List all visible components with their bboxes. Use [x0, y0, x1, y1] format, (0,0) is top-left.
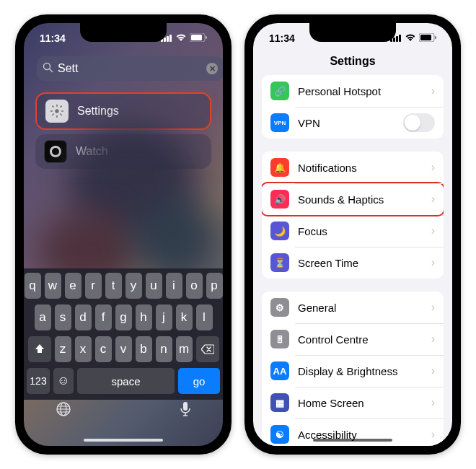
- cell-icon: ⚙: [270, 298, 289, 317]
- key-i[interactable]: i: [166, 273, 182, 299]
- key-j[interactable]: j: [156, 304, 172, 330]
- key-p[interactable]: p: [206, 273, 223, 299]
- svg-rect-10: [56, 105, 58, 107]
- settings-cell-focus[interactable]: 🌙Focus›: [262, 215, 444, 247]
- battery-icon: [190, 32, 207, 44]
- page-title: Settings: [253, 52, 452, 75]
- key-x[interactable]: x: [75, 336, 92, 362]
- key-h[interactable]: h: [136, 304, 152, 330]
- search-row: ✕ Cancel: [24, 52, 223, 88]
- key-o[interactable]: o: [186, 273, 203, 299]
- svg-rect-2: [167, 36, 169, 42]
- iphone-left: 11:34: [15, 14, 232, 455]
- wifi-icon: [405, 32, 416, 44]
- mic-icon[interactable]: [180, 401, 191, 420]
- cell-icon: 🔊: [270, 190, 289, 209]
- svg-line-8: [50, 69, 53, 72]
- settings-cell-display-brightness[interactable]: AADisplay & Brightness›: [262, 355, 444, 387]
- key-d[interactable]: d: [75, 304, 92, 330]
- shift-key[interactable]: [28, 336, 51, 362]
- svg-rect-29: [420, 35, 431, 40]
- numeric-key[interactable]: 123: [27, 368, 50, 394]
- cell-icon: 🌙: [270, 222, 289, 240]
- cell-icon: ⏳: [270, 253, 289, 272]
- key-w[interactable]: w: [45, 273, 61, 299]
- settings-cell-screen-time[interactable]: ⏳Screen Time›: [262, 247, 444, 279]
- svg-point-9: [55, 109, 58, 113]
- key-l[interactable]: l: [196, 304, 213, 330]
- settings-cell-personal-hotspot[interactable]: 🔗Personal Hotspot›: [262, 75, 444, 107]
- key-y[interactable]: y: [125, 273, 142, 299]
- key-z[interactable]: z: [55, 336, 71, 362]
- cell-label: General: [298, 302, 431, 314]
- cell-icon: 🔗: [270, 82, 289, 100]
- cell-label: Home Screen: [298, 397, 431, 409]
- space-key[interactable]: space: [77, 368, 175, 394]
- kb-row-2: asdfghjkl: [27, 304, 220, 330]
- go-key[interactable]: go: [178, 368, 220, 394]
- keyboard: qwertyuiop asdfghjkl zxcvbnm 123 ☺ space…: [24, 268, 223, 400]
- chevron-right-icon: ›: [431, 224, 435, 237]
- clear-icon[interactable]: ✕: [206, 63, 218, 74]
- key-f[interactable]: f: [95, 304, 112, 330]
- toggle-switch[interactable]: [403, 113, 435, 132]
- status-time: 11:34: [40, 32, 66, 44]
- settings-cell-general[interactable]: ⚙General›: [262, 292, 444, 323]
- search-box[interactable]: ✕: [37, 56, 223, 81]
- key-v[interactable]: v: [115, 336, 132, 362]
- chevron-right-icon: ›: [431, 193, 435, 206]
- settings-list[interactable]: 🔗Personal Hotspot›VPNVPN🔔Notifications›🔊…: [253, 75, 452, 446]
- key-n[interactable]: n: [156, 336, 172, 362]
- cell-label: Screen Time: [298, 257, 431, 269]
- backspace-key[interactable]: [196, 336, 219, 362]
- svg-rect-16: [60, 105, 63, 108]
- key-m[interactable]: m: [176, 336, 193, 362]
- settings-group: 🔗Personal Hotspot›VPNVPN: [262, 75, 444, 139]
- settings-cell-vpn[interactable]: VPNVPN: [262, 107, 444, 139]
- key-a[interactable]: a: [35, 304, 51, 330]
- key-r[interactable]: r: [85, 273, 102, 299]
- svg-rect-26: [396, 36, 398, 42]
- iphone-right: 11:34 Settings 🔗Personal Hotspot›VPNVPN🔔…: [244, 14, 461, 455]
- home-indicator[interactable]: [313, 439, 392, 442]
- notch: [80, 23, 167, 42]
- screen-left: 11:34: [24, 23, 223, 446]
- key-s[interactable]: s: [55, 304, 71, 330]
- chevron-right-icon: ›: [431, 256, 435, 269]
- svg-rect-15: [60, 113, 63, 116]
- key-u[interactable]: u: [146, 273, 162, 299]
- settings-cell-notifications[interactable]: 🔔Notifications›: [262, 152, 444, 183]
- settings-cell-control-centre[interactable]: 🎚Control Centre›: [262, 323, 444, 355]
- search-input[interactable]: [58, 62, 202, 75]
- key-e[interactable]: e: [65, 273, 81, 299]
- key-t[interactable]: t: [105, 273, 122, 299]
- settings-cell-home-screen[interactable]: ▦Home Screen›: [262, 387, 444, 418]
- kb-row-3: zxcvbnm: [27, 336, 220, 362]
- chevron-right-icon: ›: [431, 364, 435, 377]
- home-indicator[interactable]: [84, 439, 163, 442]
- key-c[interactable]: c: [95, 336, 112, 362]
- chevron-right-icon: ›: [431, 428, 435, 441]
- cell-icon: ▦: [270, 393, 289, 412]
- cell-label: Personal Hotspot: [298, 85, 431, 97]
- key-g[interactable]: g: [115, 304, 132, 330]
- search-icon: [43, 62, 53, 76]
- cell-label: Control Centre: [298, 333, 431, 346]
- svg-rect-25: [393, 38, 395, 42]
- screen-right: 11:34 Settings 🔗Personal Hotspot›VPNVPN🔔…: [253, 23, 452, 446]
- svg-rect-5: [191, 35, 202, 40]
- emoji-key[interactable]: ☺: [53, 368, 74, 394]
- settings-group: ⚙General›🎚Control Centre›AADisplay & Bri…: [262, 292, 444, 446]
- cell-label: Focus: [298, 225, 431, 237]
- chevron-right-icon: ›: [431, 396, 435, 409]
- key-k[interactable]: k: [176, 304, 193, 330]
- key-b[interactable]: b: [136, 336, 152, 362]
- key-q[interactable]: q: [25, 273, 41, 299]
- notch: [309, 23, 396, 42]
- globe-icon[interactable]: [56, 401, 71, 420]
- settings-app-icon: [45, 100, 69, 123]
- chevron-right-icon: ›: [431, 84, 435, 97]
- chevron-right-icon: ›: [431, 333, 435, 346]
- settings-cell-sounds-haptics[interactable]: 🔊Sounds & Haptics›: [262, 182, 444, 216]
- settings-cell-accessibility[interactable]: ☯Accessibility›: [262, 418, 444, 446]
